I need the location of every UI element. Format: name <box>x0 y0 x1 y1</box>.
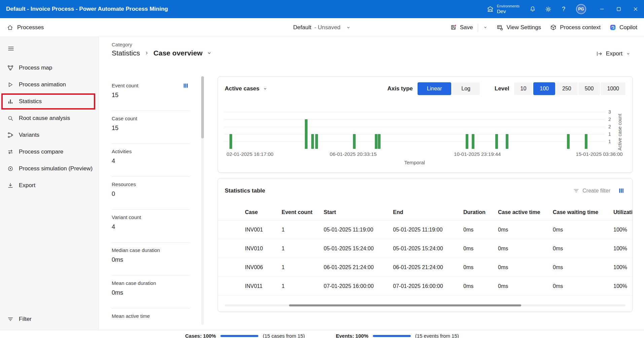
chart-bar[interactable] <box>305 119 308 149</box>
level-button-100[interactable]: 100 <box>533 82 555 95</box>
stat-value: 4 <box>112 158 190 165</box>
gridline <box>224 141 605 142</box>
column-header[interactable]: Utilization <box>613 209 633 215</box>
maximize-button[interactable] <box>610 0 627 18</box>
y-tick-label: 3 <box>608 109 611 115</box>
chart-bar[interactable] <box>375 134 378 149</box>
chart-bar[interactable] <box>466 134 468 149</box>
axis-log-button[interactable]: Log <box>452 82 480 95</box>
chart-bar[interactable] <box>506 134 508 149</box>
table-choose-columns-button[interactable] <box>617 186 625 195</box>
table-row[interactable]: INV006106-01-2025 21:24:0006-01-2025 21:… <box>218 258 633 277</box>
sidebar-item-process-compare[interactable]: Process compare <box>0 143 98 160</box>
help-button[interactable]: ? <box>556 0 571 18</box>
sidebar-item-process-simulation[interactable]: Process simulation (Preview) <box>0 160 98 177</box>
copilot-button[interactable]: Copilot <box>609 24 637 31</box>
minimize-button[interactable] <box>594 0 610 18</box>
column-header[interactable]: Case active time <box>498 209 553 215</box>
column-header[interactable]: Event count <box>282 209 324 215</box>
chart-bar[interactable] <box>472 134 474 149</box>
table-cell: 0ms <box>553 246 613 252</box>
chart-bar[interactable] <box>229 134 232 149</box>
chart-bar[interactable] <box>585 134 587 149</box>
titlebar-right: Environments Dev ? PG <box>481 0 644 18</box>
x-tick-label: 02-01-2025 16:17:00 <box>226 151 273 157</box>
table-cell: INV001 <box>245 227 282 233</box>
table-cell: 05-01-2025 15:24:00 <box>393 246 463 252</box>
chart-bar[interactable] <box>378 134 381 149</box>
scrollbar-thumb[interactable] <box>289 304 521 306</box>
column-header[interactable]: End <box>393 209 463 215</box>
process-context-button[interactable]: Process context <box>550 24 601 31</box>
table-cell: 0ms <box>498 283 553 289</box>
environments-icon <box>487 5 494 13</box>
stat-value: 4 <box>112 223 190 230</box>
avatar[interactable]: PG <box>576 4 586 14</box>
table-cell: 1 <box>282 264 324 270</box>
sidebar-item-label: Statistics <box>19 98 42 105</box>
chart-bar[interactable] <box>315 134 318 149</box>
table-row[interactable]: INV010105-01-2025 15:24:0005-01-2025 15:… <box>218 239 633 258</box>
export-button[interactable]: Export <box>596 50 631 57</box>
document-switcher[interactable]: Default - Unsaved <box>293 24 351 31</box>
stat-value: 0ms <box>112 289 190 296</box>
create-filter-button[interactable]: Create filter <box>573 187 610 194</box>
compare-arrows-icon <box>7 149 14 155</box>
cases-progress-label: Cases: 100% <box>185 333 216 338</box>
sidebar-item-root-cause-analysis[interactable]: Root cause analysis <box>0 110 98 127</box>
column-header[interactable]: Case waiting time <box>553 209 613 215</box>
chart-bar[interactable] <box>567 134 570 149</box>
save-dropdown-chevron-icon[interactable] <box>483 25 488 30</box>
view-settings-button[interactable]: View Settings <box>496 24 541 31</box>
vertical-scrollbar[interactable] <box>201 76 204 325</box>
sidebar-item-export[interactable]: Export <box>0 177 98 194</box>
metric-selector[interactable]: Active cases <box>225 85 267 92</box>
chart-bar[interactable] <box>311 134 314 149</box>
axis-linear-button[interactable]: Linear <box>418 82 451 95</box>
save-button[interactable]: Save <box>450 24 488 31</box>
cases-progress-bar <box>220 335 258 337</box>
choose-columns-button[interactable] <box>182 82 190 90</box>
chevron-right-icon <box>144 50 149 56</box>
filter-button[interactable]: Filter <box>7 316 32 323</box>
column-header[interactable]: Case <box>245 209 282 215</box>
hamburger-menu-button[interactable] <box>5 42 17 55</box>
command-bar-actions: Save View Settings Process con <box>450 24 637 31</box>
table-cell: 05-01-2025 11:19:00 <box>393 227 463 233</box>
environment-name: Dev <box>497 8 520 14</box>
page-title[interactable]: Case overview <box>153 49 203 57</box>
y-tick-label: 1 <box>608 131 611 137</box>
chart-bar[interactable] <box>495 134 498 149</box>
table-row[interactable]: INV011107-01-2025 16:00:0007-01-2025 16:… <box>218 277 633 296</box>
column-header[interactable]: Start <box>324 209 393 215</box>
close-button[interactable] <box>627 0 644 18</box>
environments-label: Environments <box>497 4 520 8</box>
level-button-500[interactable]: 500 <box>578 82 600 95</box>
bar-chart-icon <box>7 98 14 105</box>
table-cell: INV010 <box>245 246 282 252</box>
table-row[interactable]: INV001105-01-2025 11:19:0005-01-2025 11:… <box>218 220 633 239</box>
axis-type-buttons: Linear Log <box>418 82 480 95</box>
table-cell: 100% <box>613 246 633 252</box>
chevron-down-icon[interactable] <box>207 50 212 56</box>
notifications-button[interactable] <box>525 0 540 18</box>
events-progress-fill <box>373 335 411 337</box>
column-header[interactable]: Duration <box>463 209 498 215</box>
level-button-1000[interactable]: 1000 <box>601 82 625 95</box>
scrollbar-thumb[interactable] <box>201 76 204 138</box>
environment-picker[interactable]: Environments Dev <box>481 0 525 18</box>
breadcrumb-processes[interactable]: Processes <box>7 24 44 31</box>
chart-bar[interactable] <box>353 134 356 149</box>
category-value[interactable]: Statistics <box>112 49 140 57</box>
level-button-10[interactable]: 10 <box>514 82 533 95</box>
level-button-250[interactable]: 250 <box>556 82 578 95</box>
sidebar-item-label: Process simulation (Preview) <box>19 165 93 172</box>
sidebar-item-statistics[interactable]: Statistics <box>0 93 98 110</box>
sidebar-item-variants[interactable]: Variants <box>0 127 98 143</box>
sidebar-item-process-animation[interactable]: Process animation <box>0 76 98 93</box>
sidebar-item-process-map[interactable]: Process map <box>0 59 98 76</box>
close-icon <box>633 6 639 12</box>
stat-variant-count: Variant count 4 <box>112 210 190 243</box>
settings-button[interactable] <box>540 0 556 18</box>
table-cell: 0ms <box>463 264 498 270</box>
